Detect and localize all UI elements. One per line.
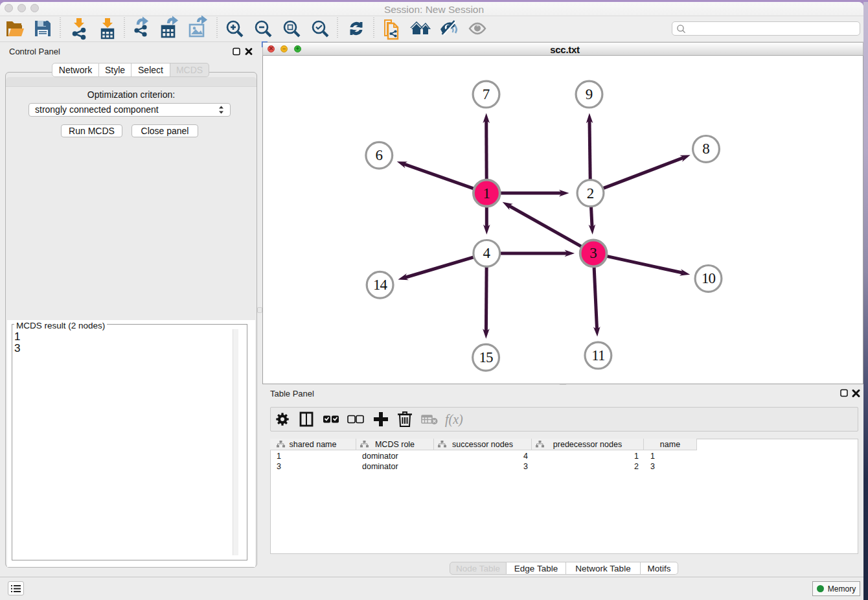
svg-text:f(x): f(x): [445, 412, 463, 427]
svg-text:7: 7: [483, 86, 490, 102]
svg-text:6: 6: [376, 147, 383, 163]
svg-text:14: 14: [373, 277, 388, 293]
svg-text:11: 11: [591, 347, 605, 363]
svg-text:3: 3: [589, 245, 597, 261]
svg-text:8: 8: [702, 141, 710, 157]
svg-text:10: 10: [702, 270, 716, 286]
svg-text:4: 4: [483, 245, 491, 261]
svg-text:1: 1: [483, 185, 491, 202]
svg-text:2: 2: [587, 185, 595, 202]
svg-text:9: 9: [586, 86, 593, 102]
svg-text:15: 15: [479, 349, 494, 365]
